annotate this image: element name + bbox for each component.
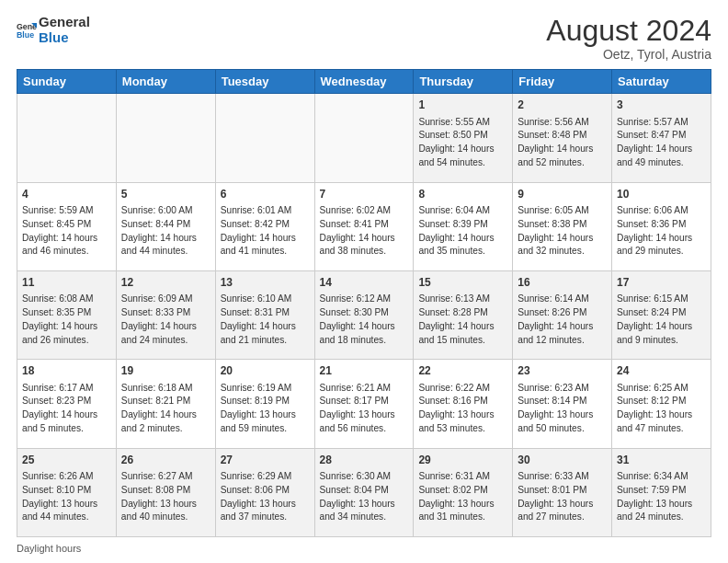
day-info: Daylight: 13 hours [221,408,310,422]
day-info: and 31 minutes. [418,511,507,524]
day-cell: 16Sunrise: 6:14 AMSunset: 8:26 PMDayligh… [513,270,612,359]
day-info: Sunrise: 6:06 AM [617,204,706,218]
day-info: Sunset: 8:39 PM [418,218,507,232]
logo: General Blue General Blue [17,15,90,45]
day-info: Sunset: 8:19 PM [221,395,310,408]
day-info: and 47 minutes. [617,422,706,436]
day-number: 18 [22,363,111,379]
day-info: and 26 minutes. [22,334,111,348]
day-cell: 22Sunrise: 6:22 AMSunset: 8:16 PMDayligh… [414,360,513,448]
day-info: Sunrise: 5:57 AM [617,116,706,130]
day-info: Sunrise: 6:30 AM [320,470,409,484]
day-cell: 25Sunrise: 6:26 AMSunset: 8:10 PMDayligh… [17,448,117,536]
day-info: Daylight: 14 hours [418,232,507,246]
week-row-4: 25Sunrise: 6:26 AMSunset: 8:10 PMDayligh… [17,448,711,536]
day-info: Daylight: 13 hours [418,498,507,511]
subtitle: Oetz, Tyrol, Austria [546,47,711,62]
day-info: Daylight: 13 hours [221,498,310,511]
day-info: and 38 minutes. [320,245,409,259]
day-info: Sunset: 8:35 PM [22,306,111,320]
week-row-1: 4Sunrise: 5:59 AMSunset: 8:45 PMDaylight… [17,182,711,270]
day-number: 2 [518,98,607,113]
day-info: Daylight: 13 hours [320,408,409,422]
day-info: and 21 minutes. [221,334,310,348]
day-info: and 9 minutes. [617,334,706,348]
day-info: Sunrise: 5:56 AM [518,116,607,130]
day-cell: 23Sunrise: 6:23 AMSunset: 8:14 PMDayligh… [513,360,612,448]
day-number: 3 [617,98,706,113]
day-info: Sunrise: 6:15 AM [617,293,706,306]
day-info: Sunset: 8:41 PM [320,218,409,232]
day-info: Sunset: 8:10 PM [22,484,111,498]
day-cell [314,94,414,182]
day-info: and 15 minutes. [418,334,507,348]
day-cell: 17Sunrise: 6:15 AMSunset: 8:24 PMDayligh… [612,270,711,359]
day-info: Sunrise: 6:19 AM [221,382,310,396]
day-info: Sunrise: 6:12 AM [320,293,409,306]
day-info: Sunset: 8:01 PM [518,484,607,498]
logo-line2: Blue [39,30,90,46]
day-info: Sunset: 8:04 PM [320,484,409,498]
day-number: 1 [418,98,507,113]
day-info: Sunrise: 6:00 AM [121,204,210,218]
day-info: Sunset: 8:26 PM [518,306,607,320]
day-info: Daylight: 14 hours [121,232,210,246]
day-info: Daylight: 13 hours [518,408,607,422]
day-cell: 2Sunrise: 5:56 AMSunset: 8:48 PMDaylight… [513,94,612,182]
day-cell: 3Sunrise: 5:57 AMSunset: 8:47 PMDaylight… [612,94,711,182]
day-info: and 24 minutes. [617,511,706,524]
day-info: and 37 minutes. [221,511,310,524]
day-info: Sunrise: 6:17 AM [22,382,111,396]
day-header-friday: Friday [513,70,612,94]
day-cell: 6Sunrise: 6:01 AMSunset: 8:42 PMDaylight… [215,182,314,270]
day-header-sunday: Sunday [17,70,117,94]
day-info: Daylight: 13 hours [320,498,409,511]
day-info: Sunset: 8:31 PM [221,306,310,320]
day-header-monday: Monday [116,70,215,94]
day-info: Sunset: 8:36 PM [617,218,706,232]
day-number: 5 [121,187,210,202]
day-cell: 19Sunrise: 6:18 AMSunset: 8:21 PMDayligh… [116,360,215,448]
day-number: 12 [121,275,210,291]
day-cell: 24Sunrise: 6:25 AMSunset: 8:12 PMDayligh… [612,360,711,448]
day-cell: 11Sunrise: 6:08 AMSunset: 8:35 PMDayligh… [17,270,117,359]
day-info: and 44 minutes. [22,511,111,524]
main-title: August 2024 [546,15,711,47]
day-info: Sunset: 8:24 PM [617,306,706,320]
day-info: Daylight: 14 hours [22,320,111,334]
day-number: 21 [320,363,409,379]
day-cell [215,94,314,182]
day-info: Daylight: 14 hours [418,143,507,156]
day-info: Sunrise: 6:29 AM [221,470,310,484]
week-row-3: 18Sunrise: 6:17 AMSunset: 8:23 PMDayligh… [17,360,711,448]
day-info: Sunrise: 6:13 AM [418,293,507,306]
page: General Blue General Blue August 2024 Oe… [0,0,728,563]
day-cell: 28Sunrise: 6:30 AMSunset: 8:04 PMDayligh… [314,448,414,536]
day-info: Sunset: 8:42 PM [221,218,310,232]
day-info: and 46 minutes. [22,245,111,259]
day-info: Daylight: 13 hours [22,498,111,511]
day-info: Sunset: 8:44 PM [121,218,210,232]
day-cell [17,94,117,182]
day-info: Daylight: 14 hours [617,232,706,246]
title-block: August 2024 Oetz, Tyrol, Austria [546,15,711,62]
day-info: and 18 minutes. [320,334,409,348]
day-number: 31 [617,453,706,468]
day-info: and 12 minutes. [518,334,607,348]
day-cell: 14Sunrise: 6:12 AMSunset: 8:30 PMDayligh… [314,270,414,359]
day-number: 29 [418,453,507,468]
day-info: Sunset: 8:12 PM [617,395,706,408]
day-info: Daylight: 14 hours [617,320,706,334]
svg-text:Blue: Blue [17,30,34,40]
day-info: Sunset: 8:16 PM [418,395,507,408]
day-info: and 34 minutes. [320,511,409,524]
day-info: Sunset: 8:17 PM [320,395,409,408]
day-cell: 29Sunrise: 6:31 AMSunset: 8:02 PMDayligh… [414,448,513,536]
day-info: Sunrise: 6:34 AM [617,470,706,484]
day-info: Sunrise: 5:55 AM [418,116,507,130]
day-number: 4 [22,187,111,202]
day-cell: 9Sunrise: 6:05 AMSunset: 8:38 PMDaylight… [513,182,612,270]
day-cell: 21Sunrise: 6:21 AMSunset: 8:17 PMDayligh… [314,360,414,448]
day-number: 23 [518,363,607,379]
day-cell: 8Sunrise: 6:04 AMSunset: 8:39 PMDaylight… [414,182,513,270]
